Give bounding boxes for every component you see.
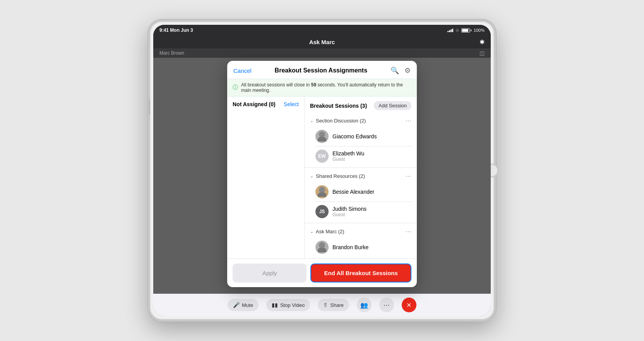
session-group-header-2: ⌄ Shared Resources (2) ⋯ bbox=[305, 169, 417, 182]
banner-text: All breakout sessions will close in 59 s… bbox=[241, 82, 411, 93]
status-time: 9:41 Mon Jun 3 bbox=[159, 28, 193, 33]
apply-button[interactable]: Apply bbox=[233, 264, 307, 282]
session-group-left-3: ⌄ Ask Marc (2) bbox=[310, 229, 344, 234]
participant-role-elizabeth: Guest bbox=[332, 157, 364, 162]
breakout-sessions-panel: Breakout Sessions (3) Add Session ⌄ Sect… bbox=[305, 96, 417, 258]
session-group-name-2: Shared Resources (2) bbox=[316, 173, 365, 179]
avatar-giacomo bbox=[315, 130, 329, 143]
session-group-header-3: ⌄ Ask Marc (2) ⋯ bbox=[305, 225, 417, 238]
participant-info-giacomo: Giacomo Edwards bbox=[332, 133, 377, 140]
more-icon: ⋯ bbox=[384, 301, 390, 309]
modal-overlay: Cancel Breakout Session Assignments 🔍 ⚙ … bbox=[153, 58, 491, 294]
participants-icon: 👥 bbox=[360, 301, 368, 309]
participant-info-brandon: Brandon Burke bbox=[332, 244, 368, 250]
end-icon: ✕ bbox=[406, 301, 411, 309]
meeting-toolbar: 🎤 Mute ▮▮ Stop Video ⇧ Share 👥 ⋯ ✕ bbox=[153, 294, 491, 316]
breakout-sessions-title: Breakout Sessions (3) bbox=[310, 103, 367, 109]
right-panel-header: Breakout Sessions (3) Add Session bbox=[305, 96, 417, 114]
modal-footer: Apply End All Breakout Sessions bbox=[227, 258, 417, 287]
participant-name-giacomo: Giacomo Edwards bbox=[332, 133, 377, 140]
chevron-down-icon: ⌄ bbox=[310, 118, 313, 123]
main-content: Cancel Breakout Session Assignments 🔍 ⚙ … bbox=[153, 58, 491, 294]
avatar-bessie bbox=[315, 185, 329, 198]
ipad-frame: 9:41 Mon Jun 3 ☉ 100% Ask Marc ✱ bbox=[148, 19, 496, 322]
meeting-subheader: Marc Brown ◫ bbox=[153, 48, 491, 58]
participant-name-elizabeth: Elizabeth Wu bbox=[332, 150, 364, 157]
share-button[interactable]: ⇧ Share bbox=[318, 299, 349, 311]
end-all-button[interactable]: End All Breakout Sessions bbox=[310, 264, 411, 282]
cancel-button[interactable]: Cancel bbox=[233, 67, 252, 74]
battery-indicator bbox=[461, 28, 471, 33]
share-icon: ⇧ bbox=[323, 302, 328, 308]
meeting-title: Ask Marc bbox=[309, 39, 335, 45]
session-group-left-1: ⌄ Section Discussion (2) bbox=[310, 118, 366, 124]
share-label: Share bbox=[330, 302, 344, 308]
meeting-subtitle: Marc Brown bbox=[159, 50, 184, 56]
stop-video-label: Stop Video bbox=[280, 302, 305, 308]
side-button bbox=[149, 99, 150, 115]
chevron-down-icon-2: ⌄ bbox=[310, 174, 313, 179]
video-icon: ▮▮ bbox=[272, 302, 278, 308]
more-button[interactable]: ⋯ bbox=[379, 298, 394, 312]
breakout-modal: Cancel Breakout Session Assignments 🔍 ⚙ … bbox=[227, 61, 417, 287]
participant-elizabeth: EW Elizabeth Wu Guest bbox=[305, 146, 417, 166]
participant-brandon: Brandon Burke bbox=[305, 238, 417, 257]
session-group-3: ⌄ Ask Marc (2) ⋯ Brandon Burke bbox=[305, 225, 417, 257]
countdown-banner: ⓘ All breakout sessions will close in 59… bbox=[227, 79, 417, 96]
participant-info-bessie: Bessie Alexander bbox=[332, 189, 374, 195]
modal-title: Breakout Session Assignments bbox=[275, 67, 367, 74]
ipad-screen: 9:41 Mon Jun 3 ☉ 100% Ask Marc ✱ bbox=[153, 25, 491, 316]
mute-icon: 🎤 bbox=[233, 302, 240, 308]
select-link[interactable]: Select bbox=[284, 101, 299, 107]
participant-name-judith: Judith Simons bbox=[332, 206, 367, 212]
session-group-left-2: ⌄ Shared Resources (2) bbox=[310, 173, 365, 179]
participant-info-elizabeth: Elizabeth Wu Guest bbox=[332, 150, 364, 162]
status-right: ☉ 100% bbox=[447, 28, 485, 33]
avatar-brandon bbox=[315, 241, 329, 254]
participant-judith: JS Judith Simons Guest bbox=[305, 202, 417, 221]
left-panel-header: Not Assigned (0) Select bbox=[227, 101, 304, 111]
not-assigned-title: Not Assigned (0) bbox=[233, 101, 276, 107]
search-icon[interactable]: 🔍 bbox=[391, 66, 399, 75]
end-call-button[interactable]: ✕ bbox=[402, 298, 416, 312]
mute-button[interactable]: 🎤 Mute bbox=[228, 299, 259, 311]
session-group-header-1: ⌄ Section Discussion (2) ⋯ bbox=[305, 114, 417, 127]
modal-header: Cancel Breakout Session Assignments 🔍 ⚙ bbox=[227, 61, 417, 79]
status-bar: 9:41 Mon Jun 3 ☉ 100% bbox=[153, 25, 491, 36]
info-icon: ⓘ bbox=[233, 84, 238, 91]
participant-info-judith: Judith Simons Guest bbox=[332, 206, 367, 217]
meeting-header: Ask Marc ✱ bbox=[153, 36, 491, 48]
settings-icon[interactable]: ⚙ bbox=[404, 66, 411, 75]
participant-giacomo: Giacomo Edwards bbox=[305, 127, 417, 146]
modal-icon-group: 🔍 ⚙ bbox=[391, 66, 411, 75]
group-divider-2 bbox=[305, 223, 417, 223]
wifi-icon: ☉ bbox=[456, 28, 459, 33]
participant-name-bessie: Bessie Alexander bbox=[332, 189, 374, 195]
session-group-2: ⌄ Shared Resources (2) ⋯ Bessie Alexande… bbox=[305, 169, 417, 221]
avatar-judith: JS bbox=[315, 205, 329, 218]
participant-bessie: Bessie Alexander bbox=[305, 182, 417, 202]
group-divider-1 bbox=[305, 167, 417, 168]
mute-label: Mute bbox=[242, 302, 253, 308]
session-more-icon-3[interactable]: ⋯ bbox=[405, 228, 411, 235]
session-more-icon-1[interactable]: ⋯ bbox=[405, 117, 411, 124]
screen-icon: ◫ bbox=[480, 50, 485, 56]
not-assigned-panel: Not Assigned (0) Select bbox=[227, 96, 305, 258]
participant-role-judith: Guest bbox=[332, 212, 367, 217]
chevron-down-icon-3: ⌄ bbox=[310, 229, 313, 234]
battery-percent: 100% bbox=[474, 28, 485, 33]
participants-button[interactable]: 👥 bbox=[357, 298, 372, 312]
signal-icon bbox=[447, 28, 453, 32]
stop-video-button[interactable]: ▮▮ Stop Video bbox=[266, 299, 310, 311]
avatar-elizabeth: EW bbox=[315, 150, 329, 163]
modal-columns: Not Assigned (0) Select Breakout Session… bbox=[227, 96, 417, 258]
participant-name-brandon: Brandon Burke bbox=[332, 244, 368, 250]
session-group-1: ⌄ Section Discussion (2) ⋯ Giacomo Edwar… bbox=[305, 114, 417, 166]
session-group-name-3: Ask Marc (2) bbox=[316, 229, 344, 234]
session-more-icon-2[interactable]: ⋯ bbox=[405, 172, 411, 180]
bluetooth-icon: ✱ bbox=[480, 38, 485, 46]
session-group-name-1: Section Discussion (2) bbox=[316, 118, 366, 124]
add-session-button[interactable]: Add Session bbox=[374, 101, 411, 110]
